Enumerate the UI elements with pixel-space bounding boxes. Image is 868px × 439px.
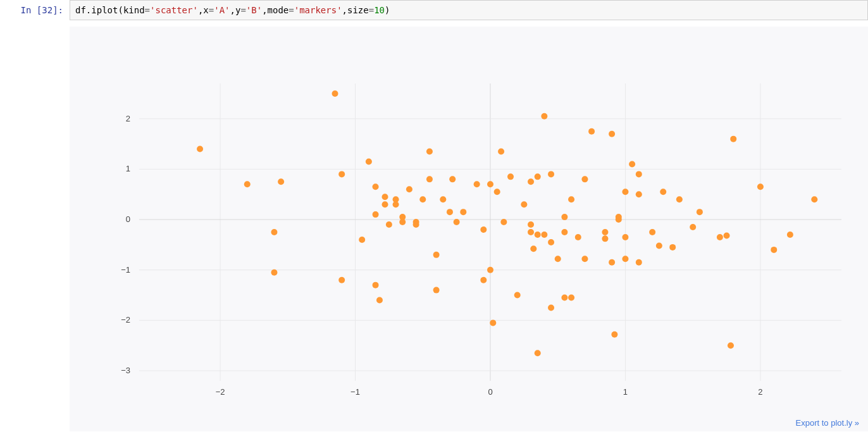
scatter-marker[interactable] [717,234,723,240]
scatter-marker[interactable] [521,201,527,207]
scatter-marker[interactable] [568,196,574,202]
scatter-marker[interactable] [616,214,622,220]
scatter-marker[interactable] [530,245,536,252]
scatter-marker[interactable] [811,196,817,202]
scatter-marker[interactable] [561,295,567,301]
scatter-marker[interactable] [454,219,460,225]
scatter-marker[interactable] [636,171,642,178]
scatter-marker[interactable] [419,196,426,202]
scatter-marker[interactable] [366,159,372,165]
scatter-marker[interactable] [359,237,365,243]
scatter-marker[interactable] [602,229,608,235]
scatter-marker[interactable] [332,90,338,97]
scatter-marker[interactable] [440,196,446,202]
scatter-marker[interactable] [382,201,388,207]
scatter-marker[interactable] [480,277,487,283]
plotly-chart[interactable]: −2−1012−3−2−1012 Export to plot.ly » [70,27,868,431]
scatter-marker[interactable] [636,259,642,266]
scatter-marker[interactable] [541,113,547,120]
code-input[interactable]: df.iplot(kind='scatter',x='A',y='B',mode… [70,0,868,20]
scatter-marker[interactable] [656,243,662,249]
scatter-marker[interactable] [690,224,696,230]
scatter-marker[interactable] [480,226,487,233]
scatter-marker[interactable] [588,128,595,135]
scatter-marker[interactable] [244,182,251,188]
scatter-marker[interactable] [581,176,588,183]
scatter-marker[interactable] [568,295,574,301]
scatter-marker[interactable] [426,149,433,155]
scatter-marker[interactable] [376,297,383,304]
scatter-marker[interactable] [413,221,419,228]
scatter-marker[interactable] [669,244,676,250]
scatter-marker[interactable] [548,171,554,178]
scatter-marker[interactable] [433,287,440,294]
scatter-marker[interactable] [278,179,284,185]
scatter-marker[interactable] [581,256,588,262]
scatter-marker[interactable] [575,234,581,240]
scatter-marker[interactable] [541,232,547,238]
scatter-marker[interactable] [474,182,480,188]
scatter-marker[interactable] [561,214,567,220]
scatter-marker[interactable] [548,305,554,311]
scatter-marker[interactable] [494,189,500,195]
scatter-marker[interactable] [728,342,734,349]
scatter-marker[interactable] [490,320,496,326]
export-plotly-link[interactable]: Export to plot.ly » [796,418,859,428]
scatter-marker[interactable] [528,229,534,235]
scatter-marker[interactable] [382,194,388,200]
scatter-marker[interactable] [271,229,277,235]
scatter-marker[interactable] [660,189,666,195]
scatter-marker[interactable] [449,176,456,183]
scatter-marker[interactable] [338,171,345,178]
scatter-marker[interactable] [487,267,493,273]
scatter-marker[interactable] [636,191,642,197]
scatter-marker[interactable] [500,219,507,225]
scatter-marker[interactable] [622,256,628,262]
scatter-marker[interactable] [629,161,635,168]
scatter-marker[interactable] [609,259,615,266]
svg-text:0: 0 [488,387,492,397]
scatter-marker[interactable] [724,233,730,239]
scatter-marker[interactable] [338,277,345,283]
scatter-marker[interactable] [730,136,736,142]
scatter-marker[interactable] [507,174,514,180]
scatter-marker[interactable] [535,174,541,180]
scatter-marker[interactable] [649,229,655,235]
scatter-marker[interactable] [373,183,379,190]
scatter-marker[interactable] [535,232,541,238]
scatter-marker[interactable] [548,239,554,245]
scatter-marker[interactable] [602,236,608,242]
scatter-marker[interactable] [771,247,777,253]
scatter-marker[interactable] [528,179,534,185]
scatter-marker[interactable] [271,269,277,276]
scatter-marker[interactable] [697,209,703,215]
scatter-marker[interactable] [406,186,412,192]
scatter-marker[interactable] [609,131,615,137]
scatter-marker[interactable] [426,176,433,183]
scatter-marker[interactable] [393,201,399,207]
scatter-marker[interactable] [399,219,406,225]
scatter-marker[interactable] [514,292,521,299]
scatter-marker[interactable] [433,252,440,258]
scatter-marker[interactable] [787,232,793,238]
scatter-marker[interactable] [386,221,392,228]
scatter-marker[interactable] [373,211,379,218]
scatter-marker[interactable] [611,331,617,338]
scatter-marker[interactable] [197,146,203,152]
scatter-marker[interactable] [487,182,493,188]
scatter-marker[interactable] [555,256,561,262]
scatter-marker[interactable] [528,221,534,228]
scatter-marker[interactable] [622,189,628,195]
scatter-marker[interactable] [561,229,567,235]
scatter-marker[interactable] [447,209,453,215]
scatter-marker[interactable] [498,149,504,155]
scatter-marker[interactable] [373,282,379,288]
svg-text:1: 1 [126,164,130,174]
scatter-marker[interactable] [535,350,541,356]
svg-text:0: 0 [126,214,130,224]
scatter-marker[interactable] [622,234,628,240]
scatter-marker[interactable] [757,183,764,190]
scatter-plot-svg[interactable]: −2−1012−3−2−1012 [70,27,867,419]
scatter-marker[interactable] [676,196,683,202]
scatter-marker[interactable] [460,209,466,215]
